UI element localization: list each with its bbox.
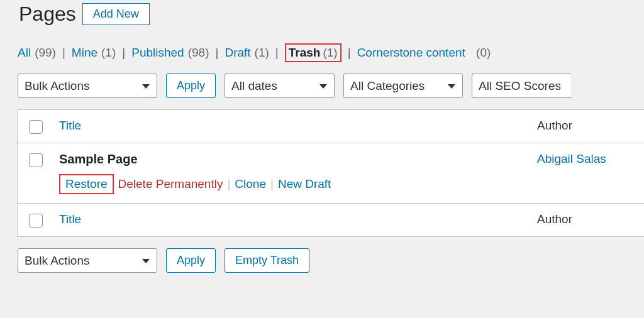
separator: |: [213, 46, 221, 60]
filter-all[interactable]: All: [18, 46, 31, 60]
bulk-actions-select-wrap: Bulk Actions: [18, 74, 157, 98]
dates-select-wrap: All dates: [225, 74, 335, 98]
categories-select[interactable]: All Categories: [343, 74, 463, 98]
separator: |: [345, 46, 353, 60]
add-new-button[interactable]: Add New: [82, 3, 150, 25]
filter-draft-count: (1): [255, 46, 269, 60]
column-author-header: Author: [537, 119, 572, 132]
seo-select-wrap: All SEO Scores: [472, 74, 571, 98]
select-all-checkbox-top[interactable]: [29, 120, 43, 134]
filter-trash[interactable]: Trash: [289, 46, 321, 60]
column-title-header[interactable]: Title: [59, 119, 81, 132]
seo-scores-select[interactable]: All SEO Scores: [472, 74, 571, 98]
pages-table: Title Author Sample Page Restore Delete …: [17, 109, 644, 237]
bulk-actions-select[interactable]: Bulk Actions: [18, 74, 157, 98]
filter-all-count: (99): [35, 46, 56, 60]
row-actions: Restore Delete Permanently | Clone | New…: [59, 174, 525, 194]
delete-permanently-link[interactable]: Delete Permanently: [118, 177, 223, 191]
bulk-actions-select-bottom[interactable]: Bulk Actions: [18, 248, 157, 273]
restore-highlight: Restore: [59, 174, 114, 194]
filter-cornerstone[interactable]: Cornerstone content: [357, 46, 465, 60]
restore-link[interactable]: Restore: [65, 177, 108, 190]
column-title-footer[interactable]: Title: [59, 212, 81, 226]
separator: |: [119, 46, 128, 60]
categories-select-wrap: All Categories: [343, 74, 463, 98]
bulk-actions-select-wrap-bottom: Bulk Actions: [18, 248, 157, 273]
toolbar-bottom: Bulk Actions Apply Empty Trash: [0, 248, 644, 273]
dates-select[interactable]: All dates: [225, 74, 335, 98]
filter-draft[interactable]: Draft: [225, 46, 250, 60]
separator: |: [273, 46, 281, 60]
page-title: Pages: [19, 3, 76, 26]
separator: |: [270, 177, 274, 191]
toolbar-top: Bulk Actions Apply All dates All Categor…: [0, 74, 644, 109]
filter-links: All(99) | Mine(1) | Published(98) | Draf…: [0, 26, 644, 74]
select-all-checkbox-bottom[interactable]: [29, 214, 43, 228]
table-header-row: Title Author: [18, 110, 644, 143]
author-link[interactable]: Abigail Salas: [537, 152, 606, 165]
separator: |: [227, 177, 230, 191]
empty-trash-button[interactable]: Empty Trash: [225, 248, 309, 273]
apply-button-bottom[interactable]: Apply: [166, 248, 216, 273]
column-author-footer: Author: [537, 212, 572, 226]
filter-mine[interactable]: Mine: [72, 46, 97, 60]
new-draft-link[interactable]: New Draft: [278, 177, 331, 191]
filter-trash-count: (1): [323, 46, 337, 60]
filter-published-count: (98): [188, 46, 209, 60]
separator: |: [60, 46, 68, 60]
row-checkbox[interactable]: [29, 153, 43, 167]
filter-trash-highlight: Trash(1): [285, 43, 341, 62]
table-row: Sample Page Restore Delete Permanently |…: [18, 143, 644, 204]
table-footer-row: Title Author: [18, 204, 644, 236]
filter-cornerstone-count: (0): [476, 46, 491, 60]
row-title: Sample Page: [59, 152, 525, 174]
clone-link[interactable]: Clone: [235, 177, 266, 191]
filter-published[interactable]: Published: [131, 46, 184, 60]
filter-mine-count: (1): [101, 46, 116, 60]
apply-button-top[interactable]: Apply: [166, 74, 216, 98]
